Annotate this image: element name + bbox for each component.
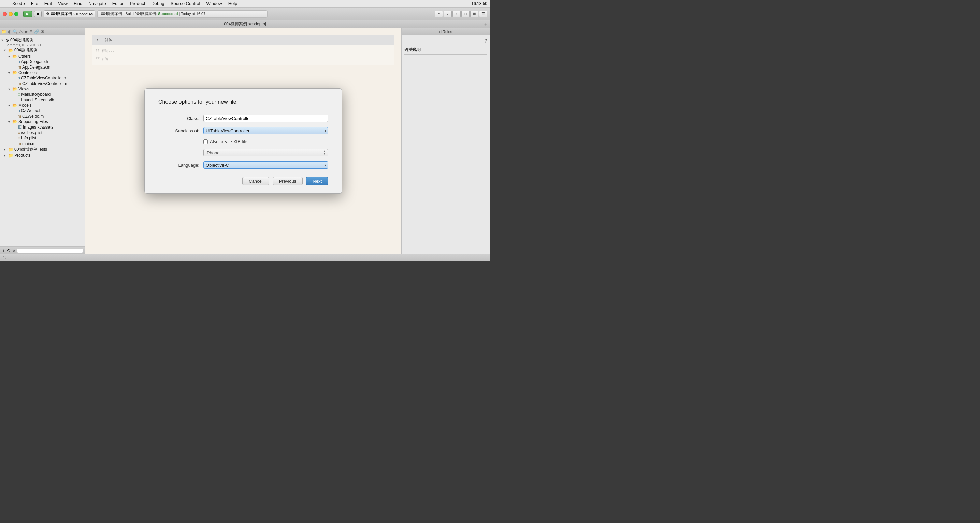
sidebar-item-main-m[interactable]: m main.m bbox=[0, 141, 85, 146]
menu-right-area: 16:13:50 bbox=[471, 2, 487, 6]
run-button[interactable]: ▶ bbox=[23, 11, 32, 17]
h-file-icon-1: h bbox=[18, 59, 20, 64]
menu-find[interactable]: Find bbox=[74, 1, 82, 6]
info-plist-label: Info.plist bbox=[21, 136, 37, 141]
sidebar-item-czweibo-h[interactable]: h CZWeibo.h bbox=[0, 108, 85, 114]
sidebar-item-views[interactable]: ▾ 📂 Views bbox=[0, 86, 85, 92]
plist-icon-1: ≡ bbox=[18, 130, 20, 135]
target-icon-btn[interactable]: ◎ bbox=[8, 29, 11, 34]
menu-edit[interactable]: Edit bbox=[45, 1, 52, 6]
previous-button[interactable]: Previous bbox=[273, 177, 303, 185]
warning-icon-btn[interactable]: ⚠ bbox=[19, 29, 23, 34]
content-area: B 斜体 ## 在这... ## 在这 Choose options for y… bbox=[85, 28, 401, 254]
layout-btn[interactable]: □ bbox=[461, 11, 469, 17]
sidebar-item-models[interactable]: ▾ 📂 Models bbox=[0, 103, 85, 108]
cztableview-m-label: CZTableViewController.m bbox=[22, 81, 68, 86]
sidebar-item-cztableview-h[interactable]: h CZTableViewController.h bbox=[0, 75, 85, 81]
class-label: Class: bbox=[158, 116, 199, 121]
toolbar: ▶ ■ ⚙ 004微博案例 › iPhone 4s 004微博案例 | Buil… bbox=[0, 8, 490, 21]
cancel-button[interactable]: Cancel bbox=[242, 177, 269, 185]
class-row: Class: bbox=[158, 114, 328, 122]
storyboard-icon: □ bbox=[18, 92, 20, 97]
split-btn[interactable]: ⊞ bbox=[470, 11, 479, 17]
add-file-button[interactable]: + bbox=[2, 248, 5, 253]
m-file-icon-4: m bbox=[18, 141, 21, 146]
back-btn[interactable]: ‹ bbox=[444, 11, 452, 17]
forward-btn[interactable]: › bbox=[452, 11, 461, 17]
grid-icon-btn[interactable]: ⊞ bbox=[29, 29, 33, 34]
sidebar: 📁 ◎ 🔍 ⚠ ★ ⊞ 🔗 ✉ ▾ ⚙ 004微博案例 2 targets, i… bbox=[0, 28, 85, 254]
note-icon-btn[interactable]: ✉ bbox=[41, 29, 44, 34]
sidebar-search[interactable] bbox=[17, 248, 83, 253]
controllers-label: Controllers bbox=[18, 70, 38, 75]
products-label: Products bbox=[14, 153, 30, 158]
sidebar-item-products[interactable]: ▸ 📁 Products bbox=[0, 153, 85, 158]
sidebar-item-launchscreen[interactable]: □ LaunchScreen.xib bbox=[0, 97, 85, 103]
sidebar-item-supporting-files[interactable]: ▾ 📂 Supporting Files bbox=[0, 119, 85, 124]
subclass-select[interactable]: UITableViewController UIViewController U… bbox=[204, 127, 328, 134]
stepper-down-arrow: ▼ bbox=[323, 153, 326, 155]
menu-product[interactable]: Product bbox=[130, 1, 145, 6]
sidebar-item-appdelegate-h[interactable]: h AppDelegate.h bbox=[0, 59, 85, 65]
sidebar-item-images-xcassets[interactable]: 🖼 Images.xcassets bbox=[0, 124, 85, 130]
sidebar-item-target[interactable]: ▾ 📂 004微博案例 bbox=[0, 47, 85, 54]
sidebar-item-appdelegate-m[interactable]: m AppDelegate.m bbox=[0, 65, 85, 70]
navigator-toggle[interactable]: ≡ bbox=[435, 11, 443, 17]
language-select[interactable]: Objective-C Swift bbox=[204, 161, 328, 169]
apple-menu[interactable]:  bbox=[3, 1, 5, 7]
stop-button[interactable]: ■ bbox=[34, 11, 41, 17]
menu-navigate[interactable]: Navigate bbox=[88, 1, 106, 6]
project-icon: ⚙ bbox=[5, 38, 9, 43]
menu-file[interactable]: File bbox=[31, 1, 38, 6]
menu-help[interactable]: Help bbox=[228, 1, 237, 6]
folder-icon-btn[interactable]: 📁 bbox=[2, 29, 6, 34]
also-create-xib-checkbox[interactable] bbox=[204, 139, 208, 144]
bookmark-icon-btn[interactable]: ★ bbox=[24, 29, 28, 34]
link-icon-btn[interactable]: 🔗 bbox=[34, 29, 39, 34]
sidebar-item-main-storyboard[interactable]: □ Main.storyboard bbox=[0, 92, 85, 97]
bottom-bar-text: ## bbox=[3, 256, 6, 260]
main-layout: 📁 ◎ 🔍 ⚠ ★ ⊞ 🔗 ✉ ▾ ⚙ 004微博案例 2 targets, i… bbox=[0, 28, 490, 254]
weibos-plist-label: weibos.plist bbox=[21, 130, 42, 135]
menu-bar:  Xcode File Edit View Find Navigate Edi… bbox=[0, 0, 490, 8]
iphone-stepper[interactable]: iPhone ▲ ▼ bbox=[204, 149, 328, 157]
sidebar-item-project-root[interactable]: ▾ ⚙ 004微博案例 bbox=[0, 37, 85, 43]
menu-debug[interactable]: Debug bbox=[151, 1, 164, 6]
arrow-target: ▾ bbox=[4, 48, 8, 52]
maximize-button[interactable] bbox=[14, 12, 18, 16]
stepper-arrow-icons[interactable]: ▲ ▼ bbox=[323, 150, 326, 155]
close-button[interactable] bbox=[3, 12, 7, 16]
help-icon[interactable]: ? bbox=[484, 38, 487, 44]
menu-editor[interactable]: Editor bbox=[112, 1, 124, 6]
sidebar-item-cztableview-m[interactable]: m CZTableViewController.m bbox=[0, 81, 85, 86]
appdelegate-h-label: AppDelegate.h bbox=[21, 59, 48, 64]
menu-source-control[interactable]: Source Control bbox=[170, 1, 200, 6]
sidebar-item-weibos-plist[interactable]: ≡ weibos.plist bbox=[0, 130, 85, 135]
class-input[interactable] bbox=[204, 114, 328, 122]
cztableview-h-label: CZTableViewController.h bbox=[21, 76, 66, 81]
arrow-products: ▸ bbox=[4, 154, 8, 157]
sidebar-item-info-plist[interactable]: ≡ Info.plist bbox=[0, 135, 85, 141]
sidebar-item-others[interactable]: ▾ 📂 Others bbox=[0, 54, 85, 59]
locate-icon[interactable]: ○ bbox=[13, 249, 15, 253]
search-icon-btn[interactable]: 🔍 bbox=[13, 29, 18, 34]
arrow-supporting: ▾ bbox=[8, 120, 12, 124]
sidebar-item-czweibo-m[interactable]: m CZWeibo.m bbox=[0, 114, 85, 119]
add-tab-button[interactable]: + bbox=[484, 21, 487, 27]
next-button[interactable]: Next bbox=[306, 177, 328, 185]
sidebar-item-tests[interactable]: ▸ 📁 004微博案例Tests bbox=[0, 146, 85, 153]
minimize-button[interactable] bbox=[8, 12, 13, 16]
menu-xcode[interactable]: Xcode bbox=[12, 1, 25, 6]
build-status-bar: 004微博案例 | Build 004微博案例: Succeeded | Tod… bbox=[97, 10, 268, 18]
inspector-header: d Rules bbox=[402, 28, 490, 35]
filter-icon[interactable]: ⏱ bbox=[7, 249, 11, 253]
inspector-btn[interactable]: ☰ bbox=[479, 11, 487, 17]
scheme-project-icon: ⚙ bbox=[46, 11, 49, 16]
menu-view[interactable]: View bbox=[58, 1, 68, 6]
sidebar-item-controllers[interactable]: ▾ 📂 Controllers bbox=[0, 70, 85, 75]
scheme-selector[interactable]: ⚙ 004微博案例 › iPhone 4s bbox=[44, 10, 95, 17]
also-create-xib-label: Also create XIB file bbox=[210, 139, 247, 144]
inspector-title: d Rules bbox=[439, 30, 452, 34]
others-label: Others bbox=[18, 54, 31, 59]
menu-window[interactable]: Window bbox=[206, 1, 222, 6]
